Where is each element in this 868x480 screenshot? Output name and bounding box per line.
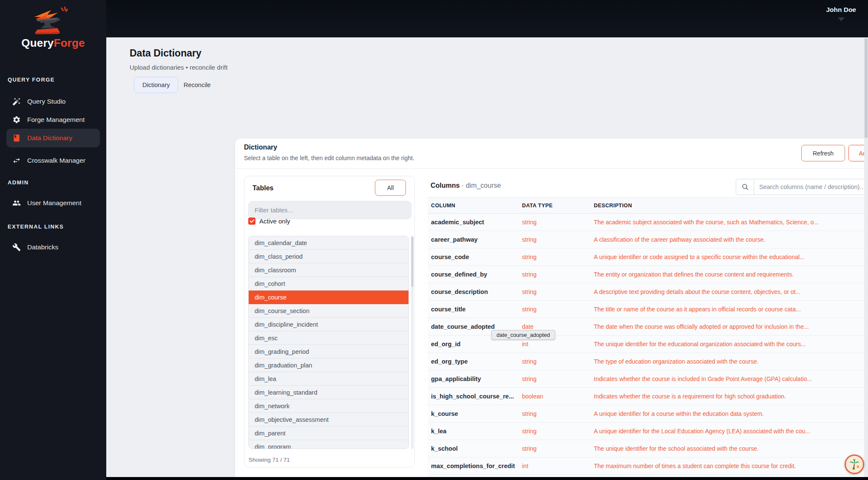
tab-reconcile[interactable]: Reconcile [176, 77, 219, 93]
search-columns-input[interactable] [754, 179, 868, 195]
column-description[interactable]: A unique identifier for a course within … [594, 410, 868, 417]
column-data-type: string [522, 288, 594, 295]
table-list-item[interactable]: dim_learning_standard [249, 386, 408, 399]
column-row: course_code string A unique identifier o… [428, 248, 868, 266]
page-scrollbar[interactable] [864, 37, 868, 477]
sidebar-item-databricks[interactable]: Databricks [6, 238, 100, 257]
column-description[interactable]: The entity or organization that defines … [594, 271, 868, 278]
table-list-item[interactable]: dim_class_period [249, 250, 408, 263]
table-name: dim_graduation_plan [255, 362, 312, 369]
table-list-item[interactable]: dim_classroom [249, 263, 408, 277]
column-description[interactable]: A descriptive text providing details abo… [594, 288, 868, 295]
scrollbar-thumb[interactable] [865, 38, 868, 138]
palm-tree-icon [848, 458, 861, 471]
column-name: k_school [431, 445, 522, 452]
tables-list-scrollbar[interactable] [411, 236, 414, 449]
user-name: John Doe [826, 6, 856, 14]
table-list-item[interactable]: dim_cohort [249, 277, 408, 291]
table-list-item[interactable]: dim_grading_period [249, 345, 408, 359]
table-name: dim_network [255, 403, 289, 409]
sidebar-item-data-dictionary[interactable]: Data Dictionary [6, 129, 100, 147]
table-list-item[interactable]: dim_lea [249, 372, 408, 386]
header-data-type: DATA TYPE [522, 203, 594, 209]
table-name: dim_lea [255, 376, 276, 382]
sidebar-item-label: User Management [27, 199, 82, 207]
active-only-toggle[interactable]: Active only [248, 217, 290, 225]
column-description[interactable]: A unique identifier or code assigned to … [594, 254, 868, 260]
column-row: k_lea string A unique identifier for the… [428, 423, 868, 440]
swap-arrows-icon [12, 156, 21, 165]
column-description[interactable]: The title or name of the course as it ap… [594, 306, 868, 313]
sidebar-item-user-management[interactable]: User Management [6, 194, 100, 212]
table-name: dim_objective_assessment [255, 416, 329, 423]
refresh-button[interactable]: Refresh [801, 145, 845, 161]
column-description[interactable]: Indicates whether the course is a requir… [594, 393, 868, 400]
sidebar-item-label: Crosswalk Manager [27, 157, 85, 164]
table-list-item[interactable]: dim_graduation_plan [249, 359, 408, 372]
table-list-item[interactable]: dim_objective_assessment [249, 413, 408, 426]
table-name: dim_parent [255, 430, 286, 437]
column-name: ed_org_type [431, 358, 522, 365]
table-list-item[interactable]: dim_network [249, 399, 408, 413]
column-description[interactable]: The type of education organization assoc… [594, 358, 868, 365]
table-list-item[interactable]: dim_discipline_incident [249, 318, 408, 331]
column-row: k_school string The unique identifier fo… [428, 440, 868, 457]
sidebar: QueryForge QUERY FORGE Query Studio Forg… [0, 0, 106, 480]
panel-subtitle: Select a table on the left, then edit co… [244, 155, 414, 161]
column-description[interactable]: Indicates whether the course is included… [594, 376, 868, 382]
tables-title: Tables [252, 184, 274, 192]
sidebar-item-forge-management[interactable]: Forge Management [6, 110, 100, 129]
column-data-type: string [522, 376, 594, 382]
sidebar-item-query-studio[interactable]: Query Studio [6, 92, 100, 111]
header-column: COLUMN [431, 203, 522, 209]
section-label-query-forge: QUERY FORGE [8, 76, 55, 83]
table-name: dim_course_section [255, 308, 309, 314]
sidebar-item-label: Forge Management [27, 116, 85, 124]
column-description[interactable]: The maximum number of times a student ca… [594, 463, 868, 469]
sidebar-item-label: Data Dictionary [27, 134, 72, 142]
active-only-label: Active only [259, 217, 290, 225]
table-list-item[interactable]: dim_course_section [249, 304, 408, 318]
search-columns-box [736, 179, 868, 195]
scrollbar-thumb[interactable] [411, 237, 414, 287]
column-data-type: boolean [522, 393, 594, 400]
active-only-checkbox[interactable] [248, 217, 255, 225]
column-row: academic_subject string The academic sub… [428, 214, 868, 231]
tables-list: dim_calendar_date dim_class_period dim_c… [248, 236, 409, 449]
column-row: ed_org_type string The type of education… [428, 353, 868, 370]
table-list-item[interactable]: dim_course [249, 291, 408, 304]
column-row: career_pathway string A classification o… [428, 231, 868, 248]
column-description[interactable]: The date when the course was officially … [594, 323, 868, 330]
column-name: max_completions_for_credit [431, 463, 522, 469]
table-list-item[interactable]: dim_esc [249, 331, 408, 345]
sidebar-item-crosswalk-manager[interactable]: Crosswalk Manager [6, 151, 100, 170]
brand-name: QueryForge [0, 37, 106, 50]
page-subtitle: Upload dictionaries • reconcile drift [130, 64, 227, 71]
table-list-item[interactable]: dim_calendar_date [249, 236, 408, 250]
column-row: gpa_applicability string Indicates wheth… [428, 370, 868, 388]
column-data-type: string [522, 254, 594, 260]
column-name: is_high_school_course_re... [431, 393, 522, 400]
column-name: ed_org_id [431, 341, 522, 347]
table-list-item[interactable]: dim_program [249, 440, 408, 449]
column-description[interactable]: A unique identifier for the Local Educat… [594, 428, 868, 435]
filter-tables-input[interactable] [248, 201, 411, 219]
palm-tree-badge[interactable] [845, 455, 864, 474]
table-name: dim_class_period [255, 253, 303, 260]
user-menu[interactable]: John Doe [826, 6, 856, 21]
column-description[interactable]: The unique identifier for the educationa… [594, 341, 868, 347]
divider [235, 168, 868, 169]
column-description[interactable]: A classification of the career pathway a… [594, 236, 868, 243]
column-description[interactable]: The academic subject associated with the… [594, 219, 868, 226]
table-name: dim_grading_period [255, 348, 309, 355]
dictionary-panel: Dictionary Select a table on the left, t… [235, 138, 868, 480]
column-description[interactable]: The unique identifier for the school ass… [594, 445, 868, 452]
gear-icon [12, 116, 21, 124]
column-name: date_course_adopted [431, 323, 522, 330]
table-name: dim_discipline_incident [255, 321, 318, 328]
tab-dictionary[interactable]: Dictionary [134, 77, 178, 93]
all-filter-button[interactable]: All [375, 180, 406, 196]
panel-title: Dictionary [244, 144, 277, 151]
search-icon [736, 179, 754, 195]
table-list-item[interactable]: dim_parent [249, 426, 408, 440]
